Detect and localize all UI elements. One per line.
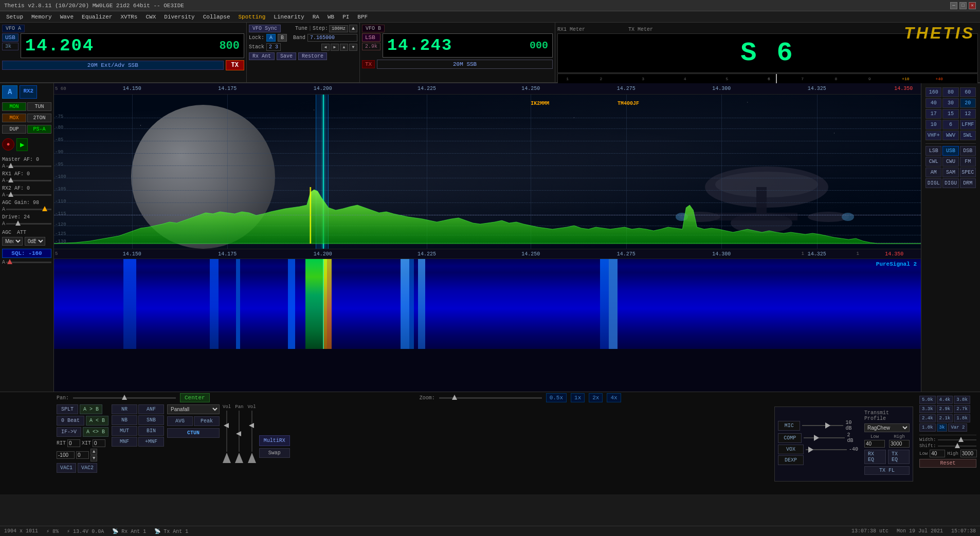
mic-button[interactable]: MIC [778, 421, 800, 431]
vac2-button[interactable]: VAC2 [78, 463, 97, 473]
zoom-1x-button[interactable]: 1x [571, 393, 585, 402]
a-to-b-button[interactable]: A > B [80, 404, 102, 414]
filter-low-input[interactable] [930, 450, 945, 457]
a-lt-gt-b-button[interactable]: A <> B [83, 427, 108, 437]
beat-button[interactable]: 0 Beat [57, 416, 84, 426]
menu-wave[interactable]: Wave [56, 13, 78, 21]
band-15[interactable]: 15 [942, 109, 958, 119]
mode-fm[interactable]: FM [960, 157, 976, 167]
nav-next[interactable]: ▶ [331, 44, 339, 51]
a-lt-b-button[interactable]: A < B [86, 416, 108, 426]
vol2-slider[interactable] [251, 411, 252, 452]
vox-button[interactable]: VOX [778, 445, 804, 454]
width-38k[interactable]: 3.8k [954, 396, 970, 404]
band-6[interactable]: 6 [942, 120, 958, 130]
agc-mode-select[interactable]: Med [2, 237, 23, 246]
menu-spotting[interactable]: Spotting [234, 13, 270, 21]
vol1-slider[interactable] [226, 411, 227, 452]
menu-pi[interactable]: PI [338, 13, 353, 21]
tx-low-input[interactable] [864, 440, 885, 448]
ifv-button[interactable]: IF->V [57, 427, 81, 437]
dup-button[interactable]: DUP [2, 125, 26, 134]
band-60[interactable]: 60 [960, 87, 976, 97]
pan-mid-slider[interactable] [239, 411, 240, 452]
width-slider[interactable] [938, 439, 976, 440]
width-10k[interactable]: 1.0k [919, 423, 936, 432]
multirx-button[interactable]: MultiRX [259, 435, 290, 446]
menu-ra[interactable]: RA [308, 13, 323, 21]
pmnf-button[interactable]: +MNF [138, 437, 164, 447]
tun-button[interactable]: TUN [27, 102, 51, 111]
vfo-a-mode[interactable]: USB [2, 33, 19, 42]
spectrum-display[interactable]: -75 -80 -85 -90 -95 -100 -105 -110 [54, 95, 921, 249]
mode-cwl[interactable]: CWL [925, 157, 941, 167]
sql-slider[interactable] [6, 262, 51, 263]
shift-slider[interactable] [938, 446, 976, 447]
width-var2[interactable]: Var 2 [948, 423, 967, 432]
band-160[interactable]: 160 [925, 87, 941, 97]
vfo-b-mode[interactable]: LSB [362, 33, 380, 42]
nav-prev[interactable]: ◀ [321, 44, 330, 51]
band-value[interactable]: 7.165000 [307, 34, 357, 42]
record-button[interactable]: ● [2, 138, 14, 151]
menu-collapse[interactable]: Collapse [199, 13, 234, 21]
psa-button[interactable]: PS-A [27, 125, 51, 134]
zoom-slider[interactable] [439, 397, 542, 399]
filter-high-input[interactable] [960, 450, 977, 457]
save-button[interactable]: Save [277, 52, 296, 60]
width-33k[interactable]: 3.3k [919, 405, 936, 413]
band-80[interactable]: 80 [942, 87, 958, 97]
mode-cwu[interactable]: CWU [942, 157, 958, 167]
band-swl[interactable]: SWL [960, 131, 976, 140]
width-3k[interactable]: 3k [937, 423, 948, 432]
a-button[interactable]: A [2, 85, 17, 99]
zoom-2x-button[interactable]: 2x [589, 393, 603, 402]
comp-button[interactable]: COMP [778, 433, 802, 443]
width-44k[interactable]: 4.4k [937, 396, 953, 404]
band-30[interactable]: 30 [942, 98, 958, 108]
rx1-af-slider[interactable] [6, 180, 51, 181]
center-button[interactable]: Center [180, 393, 210, 402]
band-17[interactable]: 17 [925, 109, 941, 119]
master-af-slider[interactable] [6, 165, 51, 167]
tx-high-input[interactable] [889, 440, 910, 448]
pan-slider[interactable] [73, 397, 176, 399]
dexp-button[interactable]: DEXP [778, 455, 804, 465]
menu-diversity[interactable]: Diversity [160, 13, 198, 21]
zoom-05x-button[interactable]: 0.5x [546, 393, 567, 402]
ctun-button[interactable]: CTUN [167, 428, 220, 438]
menu-linearity[interactable]: Linearity [269, 13, 308, 21]
step-up[interactable]: ▲ [349, 25, 357, 32]
menu-memory[interactable]: Memory [27, 13, 56, 21]
mode-spec[interactable]: SPEC [960, 168, 976, 177]
step-value[interactable]: 100Hz [329, 25, 348, 32]
nr-button[interactable]: NR [112, 404, 137, 414]
splt-button[interactable]: SPLT [57, 404, 78, 414]
rx-ant-button[interactable]: Rx Ant [249, 52, 275, 60]
peak-button[interactable]: Peak [194, 416, 220, 426]
menu-wb[interactable]: WB [323, 13, 338, 21]
avg-button[interactable]: AVG [167, 416, 193, 426]
tton-button[interactable]: 2TON [27, 114, 51, 122]
band-10[interactable]: 10 [925, 120, 941, 130]
nb-button[interactable]: NB [112, 415, 137, 425]
menu-cwx[interactable]: CWX [141, 13, 160, 21]
minimize-button[interactable]: ─ [950, 2, 957, 9]
width-27k[interactable]: 2.7k [954, 405, 970, 413]
band-lfmf[interactable]: LFMF [960, 120, 976, 130]
menu-xvtrs[interactable]: XVTRs [116, 13, 141, 21]
nav-up[interactable]: ▲ [340, 44, 348, 51]
drive-slider[interactable] [6, 223, 51, 225]
mnf-button[interactable]: MNF [112, 437, 137, 447]
mode-digu[interactable]: DIGU [942, 178, 958, 188]
mode-digl[interactable]: DIGL [925, 178, 941, 188]
zoom-4x-button[interactable]: 4x [607, 393, 621, 402]
rx-eq-button[interactable]: RX EQ [864, 450, 886, 464]
width-5k[interactable]: 5.0k [919, 396, 936, 404]
width-18k[interactable]: 1.8k [954, 414, 970, 422]
anf-button[interactable]: ANF [138, 404, 164, 414]
mode-am[interactable]: AM [925, 168, 941, 177]
rit-input[interactable] [67, 439, 80, 447]
width-24k[interactable]: 2.4k [919, 414, 936, 422]
width-29k[interactable]: 2.9k [937, 405, 953, 413]
